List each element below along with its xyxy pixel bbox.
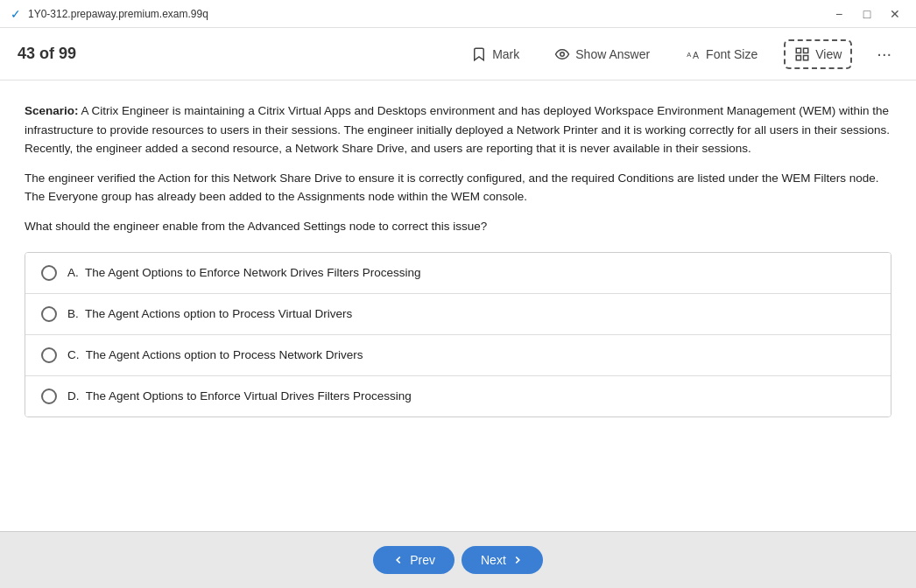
question-text: What should the engineer enable from the… bbox=[25, 217, 891, 236]
radio-b bbox=[41, 306, 57, 322]
svg-rect-6 bbox=[804, 55, 808, 60]
eye-icon bbox=[554, 46, 570, 62]
choice-a[interactable]: A. The Agent Options to Enforce Network … bbox=[25, 253, 891, 294]
mark-label: Mark bbox=[492, 47, 519, 61]
scenario-body: A Citrix Engineer is maintaining a Citri… bbox=[25, 104, 890, 155]
bottom-nav: Prev Next bbox=[0, 531, 916, 588]
show-answer-button[interactable]: Show Answer bbox=[546, 41, 659, 67]
choice-a-label: A. The Agent Options to Enforce Network … bbox=[67, 266, 420, 279]
bookmark-icon bbox=[471, 46, 487, 62]
choice-d[interactable]: D. The Agent Options to Enforce Virtual … bbox=[25, 376, 891, 416]
choice-b[interactable]: B. The Agent Actions option to Process V… bbox=[25, 294, 891, 335]
radio-c bbox=[41, 347, 57, 363]
scenario-text: Scenario: A Citrix Engineer is maintaini… bbox=[25, 102, 891, 158]
prev-button[interactable]: Prev bbox=[373, 546, 454, 574]
title-bar-left: ✓ 1Y0-312.prepaway.premium.exam.99q bbox=[11, 7, 208, 21]
choice-d-label: D. The Agent Options to Enforce Virtual … bbox=[67, 389, 412, 402]
main-content: Scenario: A Citrix Engineer is maintaini… bbox=[0, 80, 916, 531]
svg-point-0 bbox=[560, 52, 565, 56]
choice-c-label: C. The Agent Actions option to Process N… bbox=[67, 348, 363, 361]
next-label: Next bbox=[481, 553, 506, 567]
font-icon: A A bbox=[685, 46, 701, 62]
svg-rect-3 bbox=[796, 48, 800, 52]
view-label: View bbox=[815, 47, 842, 61]
question-area: Scenario: A Citrix Engineer is maintaini… bbox=[0, 80, 916, 531]
maximize-button[interactable]: □ bbox=[856, 4, 877, 24]
svg-text:A: A bbox=[693, 49, 699, 60]
choice-b-label: B. The Agent Actions option to Process V… bbox=[67, 307, 352, 320]
scenario-prefix: Scenario: bbox=[25, 104, 79, 117]
close-button[interactable]: ✕ bbox=[884, 4, 905, 24]
radio-a bbox=[41, 265, 57, 281]
show-answer-label: Show Answer bbox=[575, 47, 650, 61]
view-button[interactable]: View bbox=[784, 39, 852, 69]
view-icon bbox=[794, 46, 810, 62]
next-button[interactable]: Next bbox=[462, 546, 543, 574]
checkmark-icon: ✓ bbox=[11, 7, 21, 21]
choices-container: A. The Agent Options to Enforce Network … bbox=[25, 252, 891, 417]
svg-text:A: A bbox=[687, 51, 691, 59]
font-size-label: Font Size bbox=[706, 47, 757, 61]
mark-button[interactable]: Mark bbox=[462, 41, 528, 67]
window-title: 1Y0-312.prepaway.premium.exam.99q bbox=[28, 8, 208, 20]
toolbar: 43 of 99 Mark Show Answer A A Font Size … bbox=[0, 28, 916, 80]
font-size-button[interactable]: A A Font Size bbox=[676, 41, 766, 67]
window-controls: − □ ✕ bbox=[828, 4, 905, 24]
minimize-button[interactable]: − bbox=[828, 4, 849, 24]
choice-c[interactable]: C. The Agent Actions option to Process N… bbox=[25, 335, 891, 376]
scenario-detail: The engineer verified the Action for thi… bbox=[25, 169, 891, 206]
svg-rect-4 bbox=[804, 48, 808, 52]
chevron-left-icon bbox=[392, 554, 405, 566]
more-options-button[interactable]: ··· bbox=[870, 40, 898, 67]
prev-label: Prev bbox=[410, 553, 435, 567]
chevron-right-icon bbox=[511, 554, 524, 566]
radio-d bbox=[41, 388, 57, 404]
question-counter: 43 of 99 bbox=[18, 45, 76, 63]
title-bar: ✓ 1Y0-312.prepaway.premium.exam.99q − □ … bbox=[0, 0, 916, 28]
svg-rect-5 bbox=[796, 55, 800, 60]
